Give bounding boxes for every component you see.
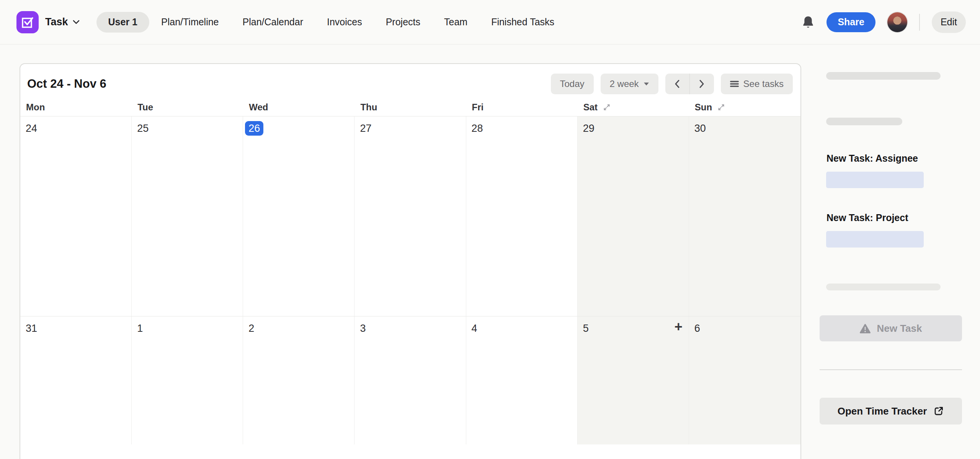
new-task-assignee-field[interactable] [826, 172, 924, 188]
nav-item-user-1[interactable]: User 1 [96, 12, 149, 33]
range-dropdown[interactable]: 2 week [601, 74, 658, 94]
chevron-left-icon [675, 79, 680, 89]
date-number: 28 [472, 121, 483, 136]
nav-item-projects[interactable]: Projects [374, 12, 432, 33]
calendar-cell-3[interactable]: 3 [354, 316, 466, 444]
calendar-cell-27[interactable]: 27 [354, 116, 466, 316]
calendar-date-range-title: Oct 24 - Nov 6 [27, 77, 106, 91]
workspace-switcher[interactable]: Task [45, 16, 80, 28]
chevron-right-icon [699, 79, 704, 89]
nav-item-plan-calendar[interactable]: Plan/Calendar [231, 12, 315, 33]
topbar-actions: Share Edit [802, 11, 966, 33]
edit-button[interactable]: Edit [932, 11, 966, 33]
calendar-cell-28[interactable]: 28 [466, 116, 578, 316]
weekday-header-row: MonTueWedThuFriSat Sun [20, 98, 800, 116]
weekday-header-sat: Sat [578, 98, 689, 116]
open-time-tracker-label: Open Time Tracker [838, 405, 927, 417]
skeleton-bar [826, 72, 941, 80]
date-number: 30 [694, 121, 706, 136]
weekday-label: Thu [360, 102, 377, 113]
date-number: 24 [26, 121, 37, 136]
nav-item-invoices[interactable]: Invoices [315, 12, 374, 33]
avatar[interactable] [887, 12, 907, 32]
date-number: 1 [137, 321, 143, 336]
expand-column-icon[interactable] [603, 103, 611, 111]
date-number: 25 [137, 121, 149, 136]
week-row: 3112345+6 [20, 316, 800, 444]
next-period-button[interactable] [690, 74, 714, 94]
date-number: 2 [248, 321, 254, 336]
topbar-divider [919, 14, 920, 31]
calendar-cell-4[interactable]: 4 [466, 316, 578, 444]
calendar-cell-25[interactable]: 25 [132, 116, 243, 316]
new-task-assignee-label: New Task: Assignee [826, 153, 962, 164]
today-button-label: Today [560, 79, 585, 89]
date-number: 3 [360, 321, 366, 336]
new-task-project-field[interactable] [826, 231, 924, 248]
date-number: 31 [26, 321, 37, 336]
calendar-panel: Oct 24 - Nov 6 Today 2 week [20, 63, 801, 459]
calendar-cell-2[interactable]: 2 [243, 316, 354, 444]
weekday-label: Tue [137, 102, 153, 113]
weekday-header-fri: Fri [466, 98, 578, 116]
skeleton-bar [826, 284, 941, 290]
skeleton-bar [826, 118, 902, 125]
nav-item-team[interactable]: Team [432, 12, 479, 33]
new-task-button[interactable]: New Task [820, 315, 962, 341]
calendar-cell-29[interactable]: 29 [578, 116, 689, 316]
add-task-icon[interactable]: + [675, 320, 683, 334]
weekday-header-thu: Thu [354, 98, 466, 116]
warning-icon [859, 323, 871, 334]
calendar-cell-30[interactable]: 30 [689, 116, 800, 316]
chevron-down-icon [73, 20, 80, 24]
sidebar-divider [820, 369, 962, 370]
selected-date-badge: 26 [245, 121, 263, 136]
calendar-grid: 242526272829303112345+6 [20, 116, 800, 444]
pager [665, 74, 714, 94]
share-button[interactable]: Share [826, 12, 875, 32]
right-sidebar: New Task: Assignee New Task: Project New… [820, 63, 962, 425]
weekday-label: Sun [695, 102, 712, 113]
weekday-label: Fri [472, 102, 484, 113]
new-task-button-label: New Task [877, 323, 922, 334]
main-nav: User 1Plan/TimelinePlan/CalendarInvoices… [96, 12, 567, 33]
weekday-header-tue: Tue [132, 98, 243, 116]
previous-period-button[interactable] [665, 74, 689, 94]
bell-icon[interactable] [802, 15, 815, 29]
weekday-label: Mon [26, 102, 45, 113]
app-logo[interactable] [16, 11, 39, 33]
weekday-header-sun: Sun [689, 98, 800, 116]
new-task-project-label: New Task: Project [826, 212, 962, 223]
calendar-cell-1[interactable]: 1 [132, 316, 243, 444]
week-row: 24252627282930 [20, 116, 800, 316]
nav-item-plan-timeline[interactable]: Plan/Timeline [149, 12, 231, 33]
date-number: 5 [583, 321, 589, 336]
range-dropdown-value: 2 week [610, 79, 639, 89]
app-window: Task User 1Plan/TimelinePlan/CalendarInv… [0, 0, 980, 459]
workspace-switcher-label: Task [45, 16, 68, 28]
today-button[interactable]: Today [551, 74, 594, 94]
caret-down-icon [644, 82, 649, 86]
calendar-cell-5[interactable]: 5+ [578, 316, 689, 444]
date-number: 27 [360, 121, 371, 136]
see-tasks-label: See tasks [743, 79, 784, 89]
weekday-header-mon: Mon [20, 98, 132, 116]
calendar-cell-6[interactable]: 6 [689, 316, 800, 444]
external-link-icon [933, 406, 944, 416]
checkbox-icon [21, 15, 34, 29]
see-tasks-button[interactable]: See tasks [721, 74, 793, 94]
nav-item-finished-tasks[interactable]: Finished Tasks [479, 12, 566, 33]
weekday-label: Sat [583, 102, 598, 113]
date-number: 29 [583, 121, 595, 136]
calendar-cell-31[interactable]: 31 [20, 316, 132, 444]
top-navigation-bar: Task User 1Plan/TimelinePlan/CalendarInv… [0, 0, 980, 44]
calendar-controls: Today 2 week [551, 74, 793, 94]
calendar-cell-24[interactable]: 24 [20, 116, 132, 316]
calendar-cell-26[interactable]: 26 [243, 116, 354, 316]
date-number: 6 [694, 321, 700, 336]
expand-column-icon[interactable] [717, 103, 725, 111]
calendar-header: Oct 24 - Nov 6 Today 2 week [20, 64, 800, 98]
weekday-header-wed: Wed [243, 98, 354, 116]
date-number: 4 [472, 321, 477, 336]
open-time-tracker-button[interactable]: Open Time Tracker [820, 398, 962, 425]
